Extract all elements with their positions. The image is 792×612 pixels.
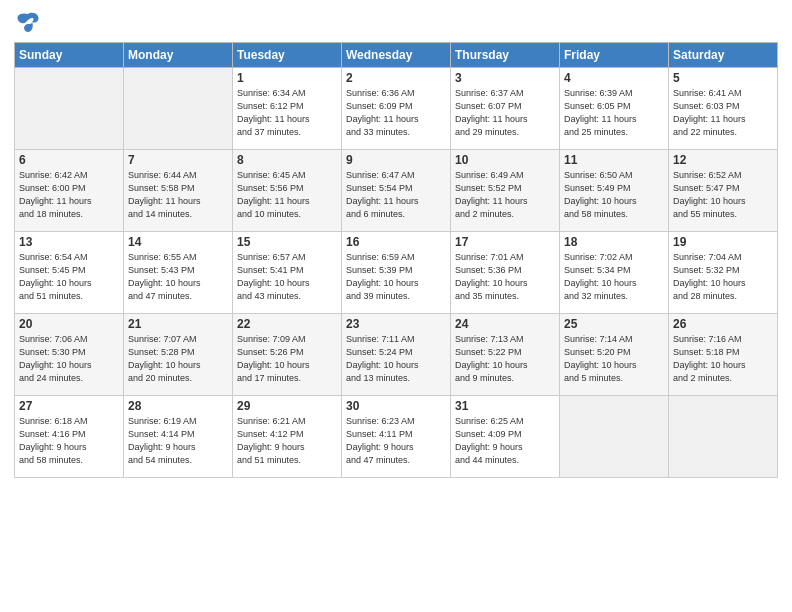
calendar-cell: 12Sunrise: 6:52 AMSunset: 5:47 PMDayligh… (669, 150, 778, 232)
calendar-cell: 9Sunrise: 6:47 AMSunset: 5:54 PMDaylight… (342, 150, 451, 232)
day-number: 23 (346, 317, 446, 331)
calendar-week-row: 6Sunrise: 6:42 AMSunset: 6:00 PMDaylight… (15, 150, 778, 232)
day-info: Sunrise: 6:25 AMSunset: 4:09 PMDaylight:… (455, 415, 555, 467)
day-number: 27 (19, 399, 119, 413)
day-info: Sunrise: 6:50 AMSunset: 5:49 PMDaylight:… (564, 169, 664, 221)
day-info: Sunrise: 6:21 AMSunset: 4:12 PMDaylight:… (237, 415, 337, 467)
calendar-cell: 2Sunrise: 6:36 AMSunset: 6:09 PMDaylight… (342, 68, 451, 150)
calendar-cell: 29Sunrise: 6:21 AMSunset: 4:12 PMDayligh… (233, 396, 342, 478)
day-number: 18 (564, 235, 664, 249)
calendar-cell (669, 396, 778, 478)
day-header-tuesday: Tuesday (233, 43, 342, 68)
calendar-cell (15, 68, 124, 150)
calendar-week-row: 27Sunrise: 6:18 AMSunset: 4:16 PMDayligh… (15, 396, 778, 478)
page-container: SundayMondayTuesdayWednesdayThursdayFrid… (0, 0, 792, 612)
day-number: 4 (564, 71, 664, 85)
day-info: Sunrise: 6:18 AMSunset: 4:16 PMDaylight:… (19, 415, 119, 467)
day-number: 20 (19, 317, 119, 331)
day-number: 13 (19, 235, 119, 249)
day-info: Sunrise: 7:16 AMSunset: 5:18 PMDaylight:… (673, 333, 773, 385)
day-info: Sunrise: 6:42 AMSunset: 6:00 PMDaylight:… (19, 169, 119, 221)
day-number: 25 (564, 317, 664, 331)
day-info: Sunrise: 7:13 AMSunset: 5:22 PMDaylight:… (455, 333, 555, 385)
calendar-week-row: 20Sunrise: 7:06 AMSunset: 5:30 PMDayligh… (15, 314, 778, 396)
calendar-cell: 27Sunrise: 6:18 AMSunset: 4:16 PMDayligh… (15, 396, 124, 478)
calendar-cell (560, 396, 669, 478)
calendar-table: SundayMondayTuesdayWednesdayThursdayFrid… (14, 42, 778, 478)
day-info: Sunrise: 6:49 AMSunset: 5:52 PMDaylight:… (455, 169, 555, 221)
calendar-cell: 11Sunrise: 6:50 AMSunset: 5:49 PMDayligh… (560, 150, 669, 232)
day-number: 16 (346, 235, 446, 249)
day-info: Sunrise: 6:44 AMSunset: 5:58 PMDaylight:… (128, 169, 228, 221)
day-info: Sunrise: 6:41 AMSunset: 6:03 PMDaylight:… (673, 87, 773, 139)
calendar-cell: 8Sunrise: 6:45 AMSunset: 5:56 PMDaylight… (233, 150, 342, 232)
calendar-header-row: SundayMondayTuesdayWednesdayThursdayFrid… (15, 43, 778, 68)
day-header-monday: Monday (124, 43, 233, 68)
day-info: Sunrise: 6:34 AMSunset: 6:12 PMDaylight:… (237, 87, 337, 139)
calendar-cell: 18Sunrise: 7:02 AMSunset: 5:34 PMDayligh… (560, 232, 669, 314)
day-number: 14 (128, 235, 228, 249)
logo-icon (14, 10, 42, 34)
calendar-cell: 25Sunrise: 7:14 AMSunset: 5:20 PMDayligh… (560, 314, 669, 396)
day-info: Sunrise: 6:37 AMSunset: 6:07 PMDaylight:… (455, 87, 555, 139)
day-info: Sunrise: 7:04 AMSunset: 5:32 PMDaylight:… (673, 251, 773, 303)
day-number: 19 (673, 235, 773, 249)
logo (14, 10, 46, 34)
day-number: 26 (673, 317, 773, 331)
calendar-week-row: 1Sunrise: 6:34 AMSunset: 6:12 PMDaylight… (15, 68, 778, 150)
day-number: 5 (673, 71, 773, 85)
day-number: 12 (673, 153, 773, 167)
day-info: Sunrise: 6:45 AMSunset: 5:56 PMDaylight:… (237, 169, 337, 221)
calendar-cell: 3Sunrise: 6:37 AMSunset: 6:07 PMDaylight… (451, 68, 560, 150)
day-header-saturday: Saturday (669, 43, 778, 68)
calendar-cell: 1Sunrise: 6:34 AMSunset: 6:12 PMDaylight… (233, 68, 342, 150)
day-info: Sunrise: 6:19 AMSunset: 4:14 PMDaylight:… (128, 415, 228, 467)
day-number: 6 (19, 153, 119, 167)
day-number: 31 (455, 399, 555, 413)
day-number: 9 (346, 153, 446, 167)
calendar-cell: 19Sunrise: 7:04 AMSunset: 5:32 PMDayligh… (669, 232, 778, 314)
day-info: Sunrise: 6:52 AMSunset: 5:47 PMDaylight:… (673, 169, 773, 221)
day-info: Sunrise: 6:23 AMSunset: 4:11 PMDaylight:… (346, 415, 446, 467)
day-number: 1 (237, 71, 337, 85)
calendar-cell: 23Sunrise: 7:11 AMSunset: 5:24 PMDayligh… (342, 314, 451, 396)
calendar-week-row: 13Sunrise: 6:54 AMSunset: 5:45 PMDayligh… (15, 232, 778, 314)
day-number: 30 (346, 399, 446, 413)
calendar-cell (124, 68, 233, 150)
day-number: 7 (128, 153, 228, 167)
day-info: Sunrise: 6:59 AMSunset: 5:39 PMDaylight:… (346, 251, 446, 303)
day-number: 21 (128, 317, 228, 331)
day-info: Sunrise: 6:57 AMSunset: 5:41 PMDaylight:… (237, 251, 337, 303)
day-header-thursday: Thursday (451, 43, 560, 68)
day-number: 15 (237, 235, 337, 249)
day-number: 29 (237, 399, 337, 413)
calendar-cell: 22Sunrise: 7:09 AMSunset: 5:26 PMDayligh… (233, 314, 342, 396)
day-header-sunday: Sunday (15, 43, 124, 68)
day-info: Sunrise: 6:55 AMSunset: 5:43 PMDaylight:… (128, 251, 228, 303)
day-header-friday: Friday (560, 43, 669, 68)
day-number: 28 (128, 399, 228, 413)
day-info: Sunrise: 7:14 AMSunset: 5:20 PMDaylight:… (564, 333, 664, 385)
calendar-cell: 4Sunrise: 6:39 AMSunset: 6:05 PMDaylight… (560, 68, 669, 150)
calendar-cell: 26Sunrise: 7:16 AMSunset: 5:18 PMDayligh… (669, 314, 778, 396)
calendar-cell: 28Sunrise: 6:19 AMSunset: 4:14 PMDayligh… (124, 396, 233, 478)
day-info: Sunrise: 7:06 AMSunset: 5:30 PMDaylight:… (19, 333, 119, 385)
day-info: Sunrise: 6:47 AMSunset: 5:54 PMDaylight:… (346, 169, 446, 221)
day-number: 3 (455, 71, 555, 85)
day-header-wednesday: Wednesday (342, 43, 451, 68)
day-info: Sunrise: 6:54 AMSunset: 5:45 PMDaylight:… (19, 251, 119, 303)
day-info: Sunrise: 6:39 AMSunset: 6:05 PMDaylight:… (564, 87, 664, 139)
day-number: 17 (455, 235, 555, 249)
calendar-cell: 6Sunrise: 6:42 AMSunset: 6:00 PMDaylight… (15, 150, 124, 232)
calendar-cell: 30Sunrise: 6:23 AMSunset: 4:11 PMDayligh… (342, 396, 451, 478)
day-info: Sunrise: 7:09 AMSunset: 5:26 PMDaylight:… (237, 333, 337, 385)
day-number: 24 (455, 317, 555, 331)
day-number: 22 (237, 317, 337, 331)
calendar-cell: 24Sunrise: 7:13 AMSunset: 5:22 PMDayligh… (451, 314, 560, 396)
calendar-cell: 5Sunrise: 6:41 AMSunset: 6:03 PMDaylight… (669, 68, 778, 150)
day-info: Sunrise: 7:07 AMSunset: 5:28 PMDaylight:… (128, 333, 228, 385)
calendar-cell: 21Sunrise: 7:07 AMSunset: 5:28 PMDayligh… (124, 314, 233, 396)
header (14, 10, 778, 34)
calendar-cell: 15Sunrise: 6:57 AMSunset: 5:41 PMDayligh… (233, 232, 342, 314)
calendar-cell: 20Sunrise: 7:06 AMSunset: 5:30 PMDayligh… (15, 314, 124, 396)
